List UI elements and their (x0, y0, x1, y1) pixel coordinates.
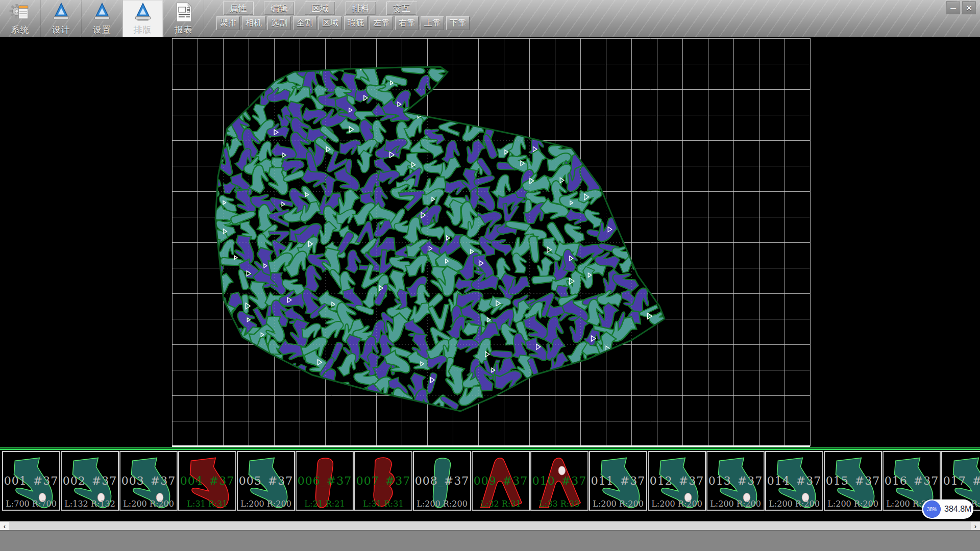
piece-thumbnail-002_#37[interactable]: 002_#37 L:132 R:132 (61, 451, 119, 511)
main-toolbar-button-label: 设置 (93, 24, 111, 36)
main-toolbar-button-label: 设计 (52, 24, 70, 36)
tool-button-1[interactable]: 聚排 (216, 16, 240, 30)
tool-button-2[interactable]: 相机 (242, 16, 265, 30)
menu-tab-4[interactable]: 排料 (346, 2, 376, 15)
piece-lr-count-label: L:200 R:200 (649, 499, 705, 509)
menu-tab-3[interactable]: 区域 (305, 2, 335, 15)
piece-thumbnail-010_#37[interactable]: 010_#37 L:33 R:33 (530, 451, 589, 511)
piece-thumbnail-003_#37[interactable]: 003_#37 L:200 R:200 (119, 451, 178, 511)
tool-button-9[interactable]: 上靠 (421, 16, 444, 30)
main-toolbar-button-label: 排版 (134, 24, 152, 36)
piece-thumbnail-015_#37[interactable]: 015_#37 L:200 R:200 (824, 451, 882, 511)
piece-lr-count-label: L:31 R:31 (355, 499, 411, 509)
piece-thumbnail-001_#37[interactable]: 001_#37 L:700 R:700 (2, 451, 60, 511)
report-icon (173, 1, 195, 23)
piece-lr-count-label: L:200 R:200 (766, 499, 822, 509)
titlebar: 系统设计设置排版报表 属性编辑区域排料交互 聚排相机选割全割区域瑕疵左靠右靠上靠… (0, 0, 980, 37)
window-controls: ─ ✕ (946, 2, 976, 14)
piece-thumbnail-009_#37[interactable]: 009_#37 L:32 R:31 (472, 451, 530, 511)
piece-name-label: 007_#37 (355, 474, 411, 487)
main-toolbar-button-label: 报表 (175, 24, 193, 36)
piece-lr-count-label: L:200 R:200 (707, 499, 764, 509)
piece-lr-count-label: L:200 R:200 (120, 499, 177, 509)
piece-thumbnail-008_#37[interactable]: 008_#37 L:200 R:200 (413, 451, 471, 511)
main-toolbar-button-1[interactable]: 系统 (0, 0, 41, 37)
tool-button-4[interactable]: 全割 (293, 16, 316, 30)
menu-tab-bar: 属性编辑区域排料交互 (223, 2, 417, 15)
scroll-right-arrow-icon[interactable]: › (971, 522, 980, 530)
main-toolbar-button-5[interactable]: 报表 (163, 0, 204, 37)
piece-lr-count-label: L:33 R:33 (531, 499, 587, 509)
piece-thumbnail-006_#37[interactable]: 006_#37 L:21 R:21 (296, 451, 354, 511)
piece-lr-count-label: L:200 R:200 (238, 499, 294, 509)
system-gear-icon (9, 1, 32, 23)
piece-name-label: 017_#37 (942, 474, 980, 487)
memory-usage-widget[interactable]: 38% 384.8M (922, 499, 973, 519)
tool-button-8[interactable]: 右靠 (395, 16, 419, 30)
menu-tab-5[interactable]: 交互 (386, 2, 417, 15)
status-bar (0, 530, 980, 551)
piece-name-label: 010_#37 (531, 474, 587, 487)
piece-thumbnail-005_#37[interactable]: 005_#37 L:200 R:200 (237, 451, 295, 511)
piece-name-label: 014_#37 (766, 474, 822, 487)
piece-thumbnail-014_#37[interactable]: 014_#37 L:200 R:200 (765, 451, 823, 511)
piece-thumbnail-012_#37[interactable]: 012_#37 L:200 R:200 (648, 451, 706, 511)
memory-percent-badge: 38% (923, 500, 941, 518)
piece-name-label: 001_#37 (3, 474, 59, 487)
piece-thumbnail-013_#37[interactable]: 013_#37 L:200 R:200 (706, 451, 765, 511)
ruler-icon (50, 1, 72, 23)
piece-name-label: 015_#37 (825, 474, 881, 487)
piece-name-label: 011_#37 (590, 474, 646, 487)
main-toolbar-button-3[interactable]: 设置 (82, 0, 122, 37)
piece-name-label: 009_#37 (473, 474, 529, 487)
menu-tab-2[interactable]: 编辑 (264, 2, 295, 15)
piece-thumbnail-004_#37[interactable]: 004_#37 L:31 R:31 (178, 451, 236, 511)
ruler-icon (132, 1, 154, 23)
tool-button-6[interactable]: 瑕疵 (344, 16, 368, 30)
main-toolbar: 系统设计设置排版报表 (0, 0, 204, 37)
piece-lr-count-label: L:132 R:132 (62, 499, 118, 509)
main-toolbar-button-label: 系统 (11, 24, 30, 36)
piece-name-label: 016_#37 (884, 474, 940, 487)
close-button[interactable]: ✕ (962, 2, 976, 14)
piece-lr-count-label: L:32 R:31 (473, 499, 529, 509)
piece-name-label: 012_#37 (649, 474, 705, 487)
minimize-button[interactable]: ─ (946, 2, 960, 14)
scroll-left-arrow-icon[interactable]: ‹ (0, 522, 9, 530)
piece-lr-count-label: L:200 R:200 (825, 499, 881, 509)
tool-button-7[interactable]: 左靠 (370, 16, 393, 30)
piece-name-label: 003_#37 (120, 474, 177, 487)
piece-name-label: 004_#37 (179, 474, 235, 487)
piece-lr-count-label: L:200 R:200 (590, 499, 646, 509)
piece-lr-count-label: L:200 R:200 (414, 499, 470, 509)
piece-lr-count-label: L:21 R:21 (297, 499, 353, 509)
memory-value-label: 384.8M (944, 499, 971, 519)
menu-tab-1[interactable]: 属性 (223, 2, 254, 15)
application-window: 系统设计设置排版报表 属性编辑区域排料交互 聚排相机选割全割区域瑕疵左靠右靠上靠… (0, 0, 980, 551)
tool-button-5[interactable]: 区域 (318, 16, 342, 30)
thumbnail-row: 001_#37 L:700 R:700 002_#37 L:132 R:132 … (2, 451, 980, 511)
tool-button-bar: 聚排相机选割全割区域瑕疵左靠右靠上靠下靠 (216, 16, 470, 30)
tool-button-10[interactable]: 下靠 (446, 16, 470, 30)
nesting-workspace[interactable] (0, 37, 980, 447)
piece-lr-count-label: L:31 R:31 (179, 499, 235, 509)
piece-name-label: 006_#37 (297, 474, 353, 487)
piece-name-label: 005_#37 (238, 474, 294, 487)
piece-name-label: 013_#37 (707, 474, 764, 487)
tool-button-3[interactable]: 选割 (267, 16, 291, 30)
main-toolbar-button-2[interactable]: 设计 (41, 0, 82, 37)
piece-name-label: 008_#37 (414, 474, 470, 487)
piece-name-label: 002_#37 (62, 474, 118, 487)
ruler-icon (91, 1, 113, 23)
piece-thumbnail-011_#37[interactable]: 011_#37 L:200 R:200 (589, 451, 647, 511)
piece-thumbnail-007_#37[interactable]: 007_#37 L:31 R:31 (354, 451, 412, 511)
piece-thumbnail-strip: 001_#37 L:700 R:700 002_#37 L:132 R:132 … (0, 450, 980, 511)
main-toolbar-button-4[interactable]: 排版 (122, 0, 163, 37)
horizontal-scrollbar[interactable]: ‹ › (0, 521, 980, 530)
piece-lr-count-label: L:700 R:700 (3, 499, 59, 509)
nesting-canvas[interactable] (0, 37, 980, 447)
